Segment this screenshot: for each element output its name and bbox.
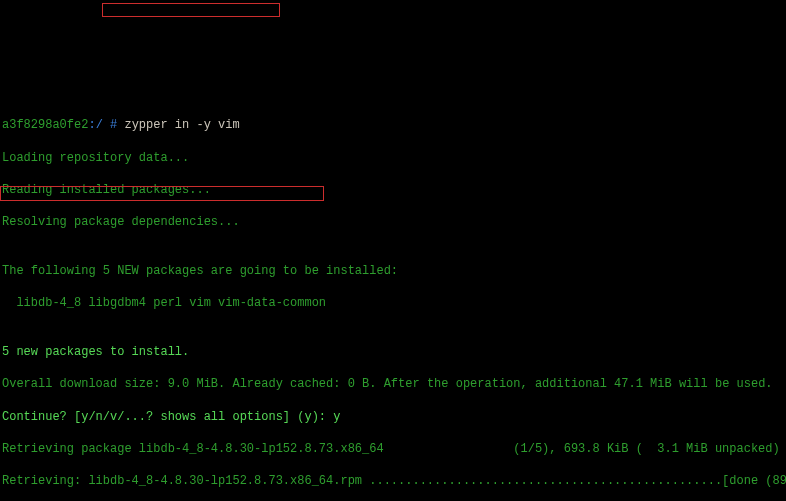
prompt-line-1[interactable]: a3f8298a0fe2:/ # zypper in -y vim	[2, 117, 784, 133]
retrieve-1b: Retrieving: libdb-4_8-4.8.30-lp152.8.73.…	[2, 473, 784, 489]
output-loading: Loading repository data...	[2, 150, 784, 166]
prompt-path: /	[96, 118, 103, 132]
typed-command: zypper in -y vim	[124, 118, 239, 132]
retrieve-1: Retrieving package libdb-4_8-4.8.30-lp15…	[2, 441, 784, 457]
output-reading: Reading installed packages...	[2, 182, 784, 198]
output-newpkgs: 5 new packages to install.	[2, 344, 784, 360]
prompt-host: a3f8298a0fe2	[2, 118, 88, 132]
overall-b: After the operation, additional 47.1 MiB…	[384, 377, 773, 391]
output-resolving: Resolving package dependencies...	[2, 214, 784, 230]
overall-a: Overall download size: 9.0 MiB. Already …	[2, 377, 384, 391]
output-following: The following 5 NEW packages are going t…	[2, 263, 784, 279]
output-overall: Overall download size: 9.0 MiB. Already …	[2, 376, 784, 392]
command-highlight-box	[102, 3, 280, 17]
output-pkglist: libdb-4_8 libgdbm4 perl vim vim-data-com…	[2, 295, 784, 311]
prompt-sep: :	[88, 118, 95, 132]
prompt-hash: #	[103, 118, 125, 132]
output-continue: Continue? [y/n/v/...? shows all options]…	[2, 409, 784, 425]
